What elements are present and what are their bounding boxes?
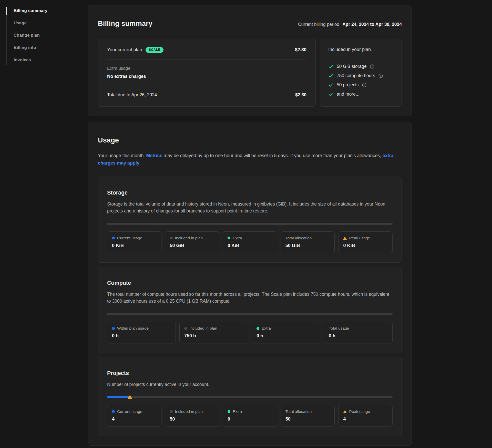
sidebar-item-usage[interactable]: Usage [6, 17, 88, 29]
billing-summary-title: Billing summary [98, 20, 152, 28]
stat-label: Extra [262, 326, 271, 331]
stat-value: 4 [343, 416, 388, 422]
current-plan-label-group: Your current plan SCALE [107, 47, 163, 53]
projects-section: Projects Number of projects currently ac… [98, 357, 402, 436]
stat-label: Extra [233, 409, 242, 414]
main-content: Billing summary Current billing period:A… [88, 0, 492, 448]
stat-value: 750 h [184, 333, 243, 339]
usage-intro-text: may be delayed by up to one hour and wil… [162, 153, 383, 158]
billing-summary-card: Billing summary Current billing period:A… [88, 5, 412, 116]
within-plan-usage-dot [112, 327, 115, 330]
peak-usage-marker-icon [128, 395, 132, 399]
info-icon[interactable] [378, 74, 383, 78]
extra-dot [228, 237, 230, 239]
stat-label: Included in plan [175, 409, 203, 414]
total-due-row: Total due to Apr 26, 2024 $2.30 [107, 92, 306, 98]
stat-label: Current usage [117, 236, 142, 240]
billing-summary-header: Billing summary Current billing period:A… [98, 15, 402, 32]
included-item-label: 50 GiB storage [337, 64, 367, 69]
usage-intro-text: . [139, 160, 141, 166]
current-plan-card: Your current plan SCALE $2.30 Extra usag… [98, 39, 316, 107]
storage-progress-bar [107, 223, 393, 225]
stat-value: 50 GiB [170, 243, 214, 248]
stat-tile-included-in-plan: Included in plan 50 GiB [165, 231, 219, 253]
storage-section-title: Storage [107, 190, 393, 196]
usage-title: Usage [98, 136, 402, 144]
included-dot [170, 410, 173, 413]
billing-nav: Billing summary Usage Change plan Billin… [6, 5, 88, 66]
sidebar-item-invoices[interactable]: Invoices [6, 54, 88, 66]
storage-stats-row: Current usage 0 KiB Included in plan 50 … [107, 231, 393, 253]
included-item-label: and more... [337, 91, 360, 97]
usage-card: Usage Your usage this month. Metrics may… [88, 122, 412, 446]
sidebar-item-billing-summary[interactable]: Billing summary [6, 5, 88, 17]
included-item-label: 750 compute hours [337, 73, 375, 78]
projects-section-title: Projects [107, 370, 393, 376]
storage-section: Storage Storage is the total volume of d… [98, 177, 402, 263]
stat-value: 0 h [329, 333, 388, 339]
stat-value: 50 GiB [285, 243, 330, 248]
compute-section-title: Compute [107, 280, 393, 286]
stat-value: 0 [228, 416, 272, 422]
included-dot [184, 327, 187, 330]
included-in-plan-card: Included in your plan 50 GiB storage [320, 39, 402, 107]
projects-progress-bar [107, 396, 393, 398]
divider [328, 58, 394, 58]
current-plan-row: Your current plan SCALE $2.30 [107, 47, 306, 53]
included-item-storage: 50 GiB storage [328, 64, 394, 69]
stat-tile-current-usage: Current usage 4 [107, 405, 161, 427]
total-due-amount: $2.30 [295, 92, 306, 98]
billing-period-value: Apr 24, 2024 to Apr 30, 2024 [342, 22, 402, 27]
stat-tile-within-plan-usage: Within plan usage 0 h [107, 322, 176, 343]
peak-usage-triangle-icon [343, 410, 347, 413]
stat-label: Total allocation [285, 409, 312, 414]
compute-section-description: The total number of compute hours used s… [107, 291, 393, 305]
stat-tile-peak-usage: Peak usage 4 [338, 405, 393, 427]
extra-usage-label: Extra usage [107, 66, 306, 71]
check-icon [328, 92, 333, 97]
check-icon [328, 64, 333, 69]
stat-tile-extra: Extra 0 [223, 405, 277, 427]
stat-tile-peak-usage: Peak usage 0 KiB [338, 231, 393, 253]
stat-value: 50 [285, 416, 330, 422]
stat-value: 0 h [257, 333, 315, 339]
metrics-link[interactable]: Metrics [146, 153, 162, 158]
stat-label: Peak usage [349, 236, 370, 240]
sidebar-item-change-plan[interactable]: Change plan [6, 29, 88, 42]
included-item-more: and more... [328, 91, 394, 97]
check-icon [328, 73, 333, 78]
usage-intro: Your usage this month. Metrics may be de… [98, 152, 396, 167]
compute-progress-bar [107, 313, 393, 315]
stat-label: Within plan usage [117, 326, 149, 331]
projects-section-description: Number of projects currently active in y… [107, 381, 393, 388]
included-item-compute: 750 compute hours [328, 73, 394, 78]
extra-usage-value: No extras charges [107, 74, 306, 79]
stat-value: 4 [112, 416, 157, 422]
stat-tile-current-usage: Current usage 0 KiB [107, 231, 161, 253]
current-plan-label: Your current plan [107, 47, 142, 53]
stat-label: Included in plan [189, 326, 217, 331]
peak-usage-triangle-icon [343, 237, 347, 240]
plan-amount: $2.30 [295, 47, 306, 53]
stat-tile-included-in-plan: Included in plan 50 [165, 405, 219, 427]
sidebar-item-billing-info[interactable]: Billing info [6, 42, 88, 54]
billing-period-label: Current billing period: [298, 22, 341, 27]
billing-sidebar: Billing summary Usage Change plan Billin… [0, 0, 88, 448]
stat-tile-total-allocation: Total allocation 50 [281, 405, 335, 427]
page: Billing summary Usage Change plan Billin… [0, 0, 492, 448]
current-usage-dot [112, 237, 115, 239]
compute-stats-row: Within plan usage 0 h Included in plan 7… [107, 322, 393, 343]
stat-tile-included-in-plan: Included in plan 750 h [179, 322, 248, 343]
divider [107, 59, 306, 59]
included-item-label: 50 projects [337, 82, 359, 88]
stat-label: Peak usage [349, 409, 370, 414]
projects-progress-fill [107, 396, 130, 398]
info-icon[interactable] [370, 64, 374, 69]
info-icon[interactable] [362, 83, 366, 87]
included-dot [170, 237, 173, 239]
stat-tile-total-allocation: Total allocation 50 GiB [281, 231, 335, 253]
included-in-plan-title: Included in your plan [328, 47, 394, 52]
projects-stats-row: Current usage 4 Included in plan 50 Extr… [107, 405, 393, 427]
billing-period: Current billing period:Apr 24, 2024 to A… [298, 22, 402, 27]
stat-label: Current usage [117, 409, 142, 414]
